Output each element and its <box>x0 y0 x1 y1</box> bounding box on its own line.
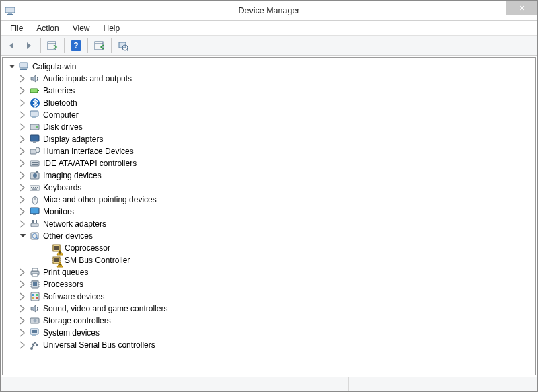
cpu-icon <box>30 279 40 290</box>
maximize-button[interactable] <box>475 1 506 15</box>
tree-node[interactable]: Audio inputs and outputs <box>8 73 530 85</box>
tree-node-label: Disk drives <box>43 122 83 132</box>
minimize-button[interactable]: – <box>445 1 475 15</box>
expander-icon[interactable] <box>19 184 27 192</box>
tree-node-label: Network adapters <box>43 219 106 229</box>
expander-icon[interactable] <box>19 159 27 167</box>
computer-icon <box>19 61 30 72</box>
tree-node-label: Coprocessor <box>65 243 110 253</box>
tree-node[interactable]: Mice and other pointing devices <box>8 194 530 206</box>
bluetooth-icon <box>30 97 40 108</box>
tree-node[interactable]: SM Bus Controller <box>8 254 530 266</box>
other-icon <box>30 231 40 241</box>
tree-node-label: Keyboards <box>43 183 81 192</box>
expander-icon[interactable] <box>8 63 16 71</box>
expander-icon[interactable] <box>19 317 27 325</box>
menu-action[interactable]: Action <box>30 22 65 34</box>
expander-icon[interactable] <box>19 232 27 240</box>
system-icon <box>30 327 40 338</box>
status-cell <box>349 377 443 391</box>
speaker-icon <box>30 73 40 84</box>
tree-node[interactable]: Sound, video and game controllers <box>8 303 530 315</box>
usb-icon <box>30 340 40 350</box>
expander-icon[interactable] <box>19 280 27 288</box>
tree-node[interactable]: Imaging devices <box>8 169 530 182</box>
tree-node-label: Caligula-win <box>32 62 76 71</box>
expander-placeholder <box>40 244 48 252</box>
tree-node[interactable]: Storage controllers <box>8 315 530 327</box>
scan-hardware-button[interactable] <box>115 38 131 54</box>
device-tree[interactable]: Caligula-win Audio inputs and outputs Ba… <box>2 57 536 375</box>
menubar: File Action View Help <box>1 21 537 36</box>
help-button[interactable]: ? <box>68 38 84 54</box>
toolbar-separator <box>64 38 65 53</box>
status-cell <box>1 377 349 391</box>
toolbar-separator <box>87 38 88 53</box>
menu-help[interactable]: Help <box>97 22 127 34</box>
forward-button[interactable] <box>21 38 37 54</box>
tree-node[interactable]: Universal Serial Bus controllers <box>8 339 530 351</box>
tree-node[interactable]: Processors <box>8 278 530 290</box>
expander-icon[interactable] <box>19 111 27 119</box>
tree-node[interactable]: Other devices <box>8 230 530 242</box>
back-button[interactable] <box>3 38 20 54</box>
expander-icon[interactable] <box>19 268 27 276</box>
keyboard-icon <box>30 182 40 193</box>
expander-icon[interactable] <box>19 220 27 228</box>
svg-line-12 <box>127 50 128 51</box>
tree-node[interactable]: Print queues <box>8 266 530 278</box>
expander-icon[interactable] <box>19 123 27 131</box>
tree-node[interactable]: Human Interface Devices <box>8 145 530 157</box>
menu-view[interactable]: View <box>66 22 97 34</box>
mouse-icon <box>30 194 40 205</box>
tree-node[interactable]: Coprocessor <box>8 242 530 254</box>
tree-node-label: Display adapters <box>43 134 103 144</box>
close-button[interactable]: × <box>506 1 537 15</box>
chip-warn-icon <box>51 243 62 253</box>
app-icon <box>5 5 15 16</box>
toolbar: ? <box>1 36 537 56</box>
expander-icon[interactable] <box>19 341 27 349</box>
tree-node[interactable]: Batteries <box>8 85 530 97</box>
tree-node[interactable]: System devices <box>8 327 530 339</box>
tree-node-label: Monitors <box>43 207 74 217</box>
expander-icon[interactable] <box>19 135 27 143</box>
tree-node[interactable]: Display adapters <box>8 133 530 145</box>
tree-node[interactable]: Keyboards <box>8 182 530 194</box>
svg-rect-0 <box>5 7 15 13</box>
tree-node[interactable]: Monitors <box>8 206 530 218</box>
expander-icon[interactable] <box>19 196 27 204</box>
expander-icon[interactable] <box>19 329 27 337</box>
expander-icon[interactable] <box>19 292 27 301</box>
tree-root-node[interactable]: Caligula-win <box>8 61 530 73</box>
tree-node[interactable]: Software devices <box>8 290 530 303</box>
tree-node[interactable]: Computer <box>8 109 530 121</box>
imaging-icon <box>30 170 40 181</box>
expander-icon[interactable] <box>19 305 27 313</box>
expander-icon[interactable] <box>19 87 27 95</box>
window-controls: – × <box>445 1 537 15</box>
expander-icon[interactable] <box>19 147 27 155</box>
expander-icon[interactable] <box>19 75 27 83</box>
tree-node-label: Human Interface Devices <box>43 147 134 156</box>
menu-file[interactable]: File <box>3 22 30 34</box>
disk-icon <box>30 122 40 132</box>
tree-node-label: Mice and other pointing devices <box>43 195 157 204</box>
hid-icon <box>30 146 40 157</box>
tree-node[interactable]: Network adapters <box>8 218 530 230</box>
tree-node[interactable]: Bluetooth <box>8 97 530 109</box>
expander-icon[interactable] <box>19 208 27 216</box>
battery-icon <box>30 85 40 96</box>
tree-node-label: SM Bus Controller <box>65 256 130 265</box>
svg-rect-8 <box>95 42 103 50</box>
tree-node-label: Bluetooth <box>43 98 77 108</box>
network-icon <box>30 219 40 229</box>
toolbar-separator <box>111 38 112 53</box>
tree-node[interactable]: Disk drives <box>8 121 530 133</box>
tree-node[interactable]: IDE ATA/ATAPI controllers <box>8 157 530 169</box>
properties-button[interactable] <box>91 38 108 54</box>
expander-icon[interactable] <box>19 171 27 180</box>
expander-icon[interactable] <box>19 99 27 107</box>
show-hide-tree-button[interactable] <box>44 38 61 54</box>
device-manager-window: Device Manager – × File Action View Help <box>0 0 538 392</box>
